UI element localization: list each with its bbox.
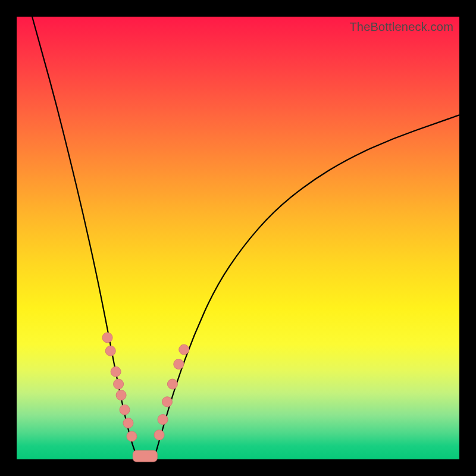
right-curve	[154, 115, 459, 459]
data-point-dot	[179, 345, 189, 355]
data-point-dot	[116, 390, 126, 400]
data-point-dot	[120, 405, 130, 415]
data-point-dot	[174, 359, 184, 369]
data-point-dot	[127, 431, 137, 441]
left-dot-cluster	[102, 333, 137, 441]
data-point-dot	[158, 415, 168, 425]
bottom-pill	[133, 450, 157, 462]
chart-overlay	[17, 17, 459, 459]
chart-frame: TheBottleneck.com	[17, 17, 459, 459]
data-point-dot	[105, 346, 115, 356]
data-point-dot	[111, 367, 121, 377]
data-point-dot	[123, 418, 133, 428]
data-point-dot	[114, 379, 124, 389]
right-dot-cluster	[154, 345, 189, 440]
data-point-dot	[102, 333, 112, 343]
data-point-dot	[162, 397, 172, 407]
data-point-dot	[167, 379, 177, 389]
data-point-dot	[154, 430, 164, 440]
